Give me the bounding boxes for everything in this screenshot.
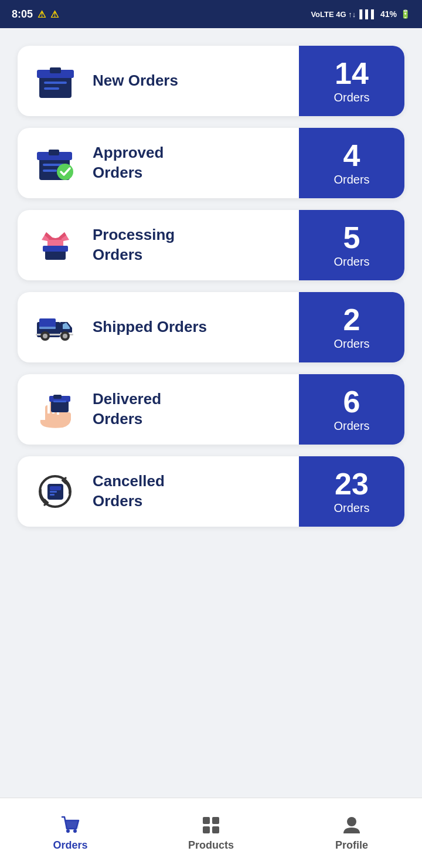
svg-point-32 [73, 829, 77, 833]
network-info: VoLTE 4G ↑↓ [311, 10, 356, 19]
nav-item-profile[interactable]: Profile [281, 809, 422, 857]
status-left: 8:05 ⚠ ⚠ [12, 8, 59, 21]
cancelled-orders-number: 23 [335, 469, 369, 499]
svg-rect-33 [203, 817, 210, 824]
processing-orders-card[interactable]: ProcessingOrders 5 Orders [18, 210, 404, 280]
warning-icon-2: ⚠ [50, 9, 59, 20]
nav-orders-label: Orders [53, 839, 87, 852]
shipped-orders-card[interactable]: Shipped Orders 2 Orders [18, 292, 404, 362]
svg-rect-24 [53, 401, 66, 402]
svg-point-17 [43, 334, 47, 338]
new-orders-icon [32, 57, 79, 104]
svg-rect-12 [43, 246, 68, 252]
new-orders-number: 14 [335, 58, 369, 89]
shipped-orders-icon [32, 304, 79, 351]
battery-level: 41% [380, 9, 397, 19]
warning-icon-1: ⚠ [38, 9, 46, 20]
approved-orders-card[interactable]: ApprovedOrders 4 Orders [18, 128, 404, 198]
nav-item-orders[interactable]: Orders [0, 809, 141, 857]
grid-icon [200, 815, 222, 836]
svg-rect-29 [50, 494, 55, 496]
battery-icon: 🔋 [400, 9, 410, 19]
delivered-orders-card[interactable]: DeliveredOrders 6 Orders [18, 374, 404, 445]
svg-point-37 [347, 817, 356, 826]
svg-point-10 [57, 164, 73, 180]
processing-orders-number: 5 [343, 222, 360, 253]
cancelled-orders-icon [32, 468, 79, 515]
new-orders-label: New Orders [93, 71, 178, 91]
shipped-orders-label: Shipped Orders [93, 317, 207, 337]
delivered-orders-number: 6 [343, 386, 360, 417]
person-icon [341, 815, 362, 836]
processing-orders-icon [32, 222, 79, 269]
cancelled-orders-label: CancelledOrders [93, 472, 165, 511]
svg-rect-0 [39, 76, 72, 98]
delivered-orders-count-label: Orders [333, 419, 369, 433]
svg-point-19 [63, 334, 67, 338]
cancelled-orders-count-badge: 23 Orders [299, 456, 404, 527]
card-left-shipped: Shipped Orders [18, 292, 299, 362]
shipped-orders-count-badge: 2 Orders [299, 292, 404, 362]
svg-point-31 [66, 829, 70, 833]
card-left-cancelled: CancelledOrders [18, 456, 299, 527]
shipped-orders-count-label: Orders [333, 337, 369, 351]
shipped-orders-number: 2 [343, 304, 360, 335]
svg-rect-20 [39, 327, 56, 329]
approved-orders-icon [32, 140, 79, 187]
card-left-delivered: DeliveredOrders [18, 374, 299, 445]
approved-orders-count-badge: 4 Orders [299, 128, 404, 198]
main-content: New Orders 14 Orders [0, 28, 422, 798]
card-left-approved: ApprovedOrders [18, 128, 299, 198]
svg-rect-2 [50, 67, 61, 73]
approved-orders-number: 4 [343, 140, 360, 171]
delivered-orders-count-badge: 6 Orders [299, 374, 404, 445]
signal-bars: ▌▌▌ [359, 9, 377, 19]
svg-rect-36 [212, 826, 219, 833]
svg-rect-27 [50, 486, 61, 490]
card-left-new: New Orders [18, 46, 299, 116]
svg-rect-28 [50, 491, 57, 493]
bottom-nav: Orders Products Profile [0, 798, 422, 868]
processing-orders-label: ProcessingOrders [93, 225, 175, 265]
cart-icon [60, 815, 81, 836]
status-right: VoLTE 4G ↑↓ ▌▌▌ 41% 🔋 [311, 9, 410, 19]
nav-products-label: Products [188, 839, 234, 852]
status-bar: 8:05 ⚠ ⚠ VoLTE 4G ↑↓ ▌▌▌ 41% 🔋 [0, 0, 422, 28]
cancelled-orders-count-label: Orders [333, 501, 369, 515]
card-left-processing: ProcessingOrders [18, 210, 299, 280]
processing-orders-count-badge: 5 Orders [299, 210, 404, 280]
approved-orders-label: ApprovedOrders [93, 143, 164, 183]
svg-rect-23 [53, 395, 62, 399]
svg-rect-35 [203, 826, 210, 833]
nav-profile-label: Profile [335, 839, 368, 852]
cancelled-orders-card[interactable]: CancelledOrders 23 Orders [18, 456, 404, 527]
svg-rect-34 [212, 817, 219, 824]
svg-rect-7 [49, 150, 59, 155]
new-orders-count-badge: 14 Orders [299, 46, 404, 116]
delivered-orders-icon [32, 386, 79, 433]
status-time: 8:05 [12, 8, 33, 21]
delivered-orders-label: DeliveredOrders [93, 389, 161, 429]
new-orders-card[interactable]: New Orders 14 Orders [18, 46, 404, 116]
processing-orders-count-label: Orders [333, 255, 369, 269]
nav-item-products[interactable]: Products [141, 809, 281, 857]
svg-rect-9 [43, 169, 57, 172]
svg-rect-3 [44, 82, 67, 84]
new-orders-count-label: Orders [333, 91, 369, 104]
svg-rect-4 [44, 87, 59, 90]
approved-orders-count-label: Orders [333, 173, 369, 187]
